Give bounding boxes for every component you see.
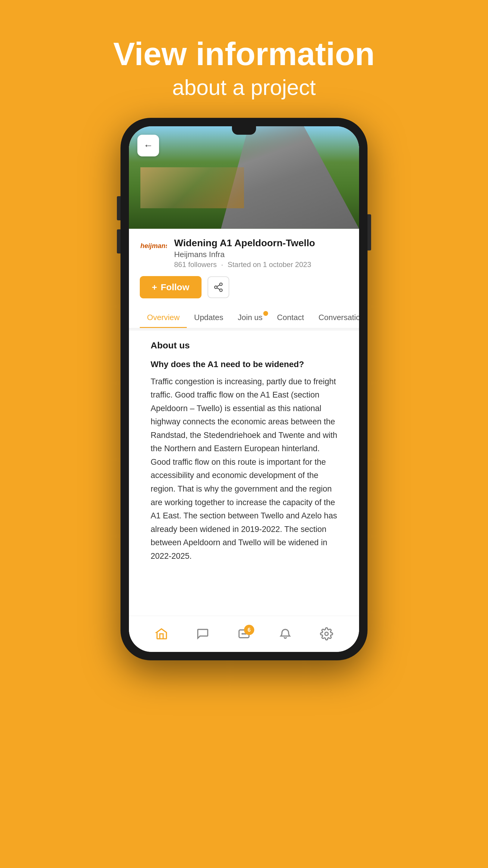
tab-updates[interactable]: Updates [187,308,230,328]
svg-line-5 [217,285,220,287]
header-section: View information about a project [113,0,375,118]
nav-messages[interactable]: 6 [237,627,251,641]
bell-icon [279,627,292,641]
phone-screen: ← heijmans Widening A1 Apeldoorn-Twell [129,126,359,652]
about-title: About us [151,340,337,350]
svg-line-4 [217,288,220,290]
construction-area [140,167,244,208]
svg-point-7 [241,633,243,635]
scroll-content[interactable]: heijmans Widening A1 Apeldoorn-Twello He… [129,229,359,616]
header-title: View information [113,36,375,72]
phone-wrapper: ← heijmans Widening A1 Apeldoorn-Twell [121,118,367,660]
home-icon [155,627,168,641]
content-question: Why does the A1 need to be widened? [151,359,337,370]
bottom-nav: 6 [129,616,359,652]
follow-label: Follow [161,282,190,292]
project-info: heijmans Widening A1 Apeldoorn-Twello He… [129,229,359,572]
header-subtitle: about a project [113,75,375,100]
chat-icon [196,627,209,641]
notch [232,126,256,135]
followers-count: 861 followers [174,260,217,269]
share-button[interactable] [207,276,229,298]
back-button[interactable]: ← [137,135,159,156]
svg-text:heijmans: heijmans [140,242,167,250]
tab-join-us[interactable]: Join us [230,308,270,328]
tab-contact[interactable]: Contact [270,308,312,328]
side-button-left-bottom [117,229,121,253]
about-section: About us Why does the A1 need to be wide… [140,331,348,572]
content-body: Traffic congestion is increasing, partly… [151,375,337,563]
side-button-right [367,214,371,250]
join-us-badge [263,311,268,316]
nav-bell[interactable] [279,627,292,641]
follow-plus-icon: + [152,282,157,292]
tab-conversations[interactable]: Conversations [311,308,359,328]
messages-badge: 6 [244,625,254,635]
section-divider [129,328,359,331]
action-buttons: + Follow [140,276,348,299]
nav-chat[interactable] [196,627,209,641]
company-logo: heijmans [140,239,167,252]
svg-point-3 [220,289,222,292]
nav-home[interactable] [155,627,168,641]
back-arrow-icon: ← [143,140,153,151]
svg-point-10 [325,632,328,636]
settings-icon [320,627,333,641]
follow-button[interactable]: + Follow [140,276,201,299]
svg-point-1 [220,283,222,286]
highway-scene [129,126,359,229]
followers-info: 861 followers · Started on 1 october 202… [174,260,348,269]
started-date: Started on 1 october 2023 [227,260,311,269]
nav-settings[interactable] [320,627,333,641]
dot-separator: · [221,260,223,269]
svg-point-8 [243,633,245,635]
share-icon [213,282,224,292]
project-details: Widening A1 Apeldoorn-Twello Heijmans In… [174,237,348,269]
nav-tabs: Overview Updates Join us Contact [129,308,359,328]
project-name: Widening A1 Apeldoorn-Twello [174,237,348,249]
phone-frame: ← heijmans Widening A1 Apeldoorn-Twell [121,118,367,660]
hero-image: ← [129,126,359,229]
project-meta: heijmans Widening A1 Apeldoorn-Twello He… [140,237,348,269]
tab-overview[interactable]: Overview [140,308,187,328]
svg-point-2 [215,286,217,289]
side-button-left-top [117,196,121,220]
company-name: Heijmans Infra [174,250,348,259]
